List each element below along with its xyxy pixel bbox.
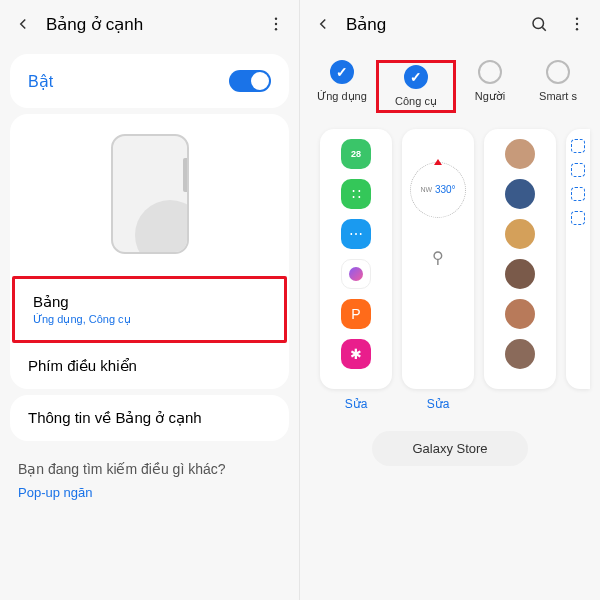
selector-label: Smart s	[539, 90, 577, 102]
svg-point-3	[533, 18, 544, 29]
avatar	[505, 259, 535, 289]
panel-smart-partial[interactable]	[566, 129, 590, 411]
svg-point-0	[275, 18, 277, 20]
handle-item[interactable]: Phím điều khiển	[10, 343, 289, 389]
panels-title: Bảng	[33, 293, 266, 311]
compass-circle: NW 330°	[410, 162, 466, 218]
back-icon[interactable]	[312, 13, 334, 35]
app-icon: ∷	[341, 179, 371, 209]
panel-preview	[566, 129, 590, 389]
edit-link[interactable]: Sửa	[345, 397, 368, 411]
galaxy-store-button[interactable]: Galaxy Store	[372, 431, 527, 466]
looking-for-section: Bạn đang tìm kiếm điều gì khác? Pop-up n…	[0, 447, 299, 514]
avatar	[505, 339, 535, 369]
more-icon[interactable]	[566, 13, 588, 35]
about-title: Thông tin về Bảng ở cạnh	[28, 409, 271, 427]
selector-apps[interactable]: Ứng dụng	[308, 60, 376, 113]
smart-select-icon	[571, 187, 585, 201]
selector-label: Công cụ	[395, 95, 437, 108]
smart-select-icon	[571, 163, 585, 177]
smart-select-icon	[571, 211, 585, 225]
popup-link[interactable]: Pop-up ngăn	[18, 485, 281, 500]
selector-label: Ứng dụng	[317, 90, 367, 103]
master-toggle-card: Bật	[10, 54, 289, 108]
selector-label: Người	[475, 90, 506, 103]
panel-preview: NW 330° ⚲	[402, 129, 474, 389]
panel-apps[interactable]: 28 ∷ ⋯ P ✱ Sửa	[320, 129, 392, 411]
compass-widget: NW 330° ⚲	[408, 139, 468, 289]
toggle-switch[interactable]	[229, 70, 271, 92]
panel-preview	[484, 129, 556, 389]
avatar	[505, 139, 535, 169]
panels-subtitle: Ứng dụng, Công cụ	[33, 313, 266, 326]
selector-smart[interactable]: Smart s	[524, 60, 592, 113]
avatar	[505, 219, 535, 249]
avatar	[505, 299, 535, 329]
looking-for-title: Bạn đang tìm kiếm điều gì khác?	[18, 461, 281, 477]
app-icon: ⋯	[341, 219, 371, 249]
location-pin-icon: ⚲	[432, 248, 444, 267]
search-icon[interactable]	[528, 13, 550, 35]
app-icon: 28	[341, 139, 371, 169]
smart-select-icon	[571, 139, 585, 153]
compass-value: 330°	[435, 184, 456, 195]
app-icon: ✱	[341, 339, 371, 369]
more-icon[interactable]	[265, 13, 287, 35]
screen-panels-chooser: Bảng Ứng dụng Công cụ Người Smart s 28	[300, 0, 600, 600]
panels-item[interactable]: Bảng Ứng dụng, Công cụ	[15, 279, 284, 340]
panels-row: 28 ∷ ⋯ P ✱ Sửa NW 330° ⚲ Sửa	[300, 121, 600, 411]
page-title: Bảng	[346, 14, 528, 35]
avatar	[505, 179, 535, 209]
panel-preview: 28 ∷ ⋯ P ✱	[320, 129, 392, 389]
check-icon	[478, 60, 502, 84]
header: Bảng ở cạnh	[0, 0, 299, 48]
edit-link[interactable]: Sửa	[427, 397, 450, 411]
handle-title: Phím điều khiển	[28, 357, 271, 375]
master-toggle-row[interactable]: Bật	[10, 54, 289, 108]
svg-point-2	[275, 28, 277, 30]
panel-people[interactable]	[484, 129, 556, 411]
compass-dir: NW	[420, 186, 432, 193]
selector-people[interactable]: Người	[456, 60, 524, 113]
toggle-label: Bật	[28, 72, 53, 91]
check-icon	[546, 60, 570, 84]
phone-illustration	[111, 134, 189, 254]
check-icon	[404, 65, 428, 89]
highlighted-item: Bảng Ứng dụng, Công cụ	[12, 276, 287, 343]
header: Bảng	[300, 0, 600, 48]
about-card: Thông tin về Bảng ở cạnh	[10, 395, 289, 441]
app-icon: P	[341, 299, 371, 329]
svg-point-5	[576, 18, 578, 20]
back-icon[interactable]	[12, 13, 34, 35]
phone-preview	[10, 114, 289, 276]
svg-point-1	[275, 23, 277, 25]
about-item[interactable]: Thông tin về Bảng ở cạnh	[10, 395, 289, 441]
check-icon	[330, 60, 354, 84]
screen-edge-panels-settings: Bảng ở cạnh Bật Bảng Ứng dụng, Công cụ P…	[0, 0, 300, 600]
svg-point-6	[576, 23, 578, 25]
page-title: Bảng ở cạnh	[46, 14, 265, 35]
svg-point-7	[576, 28, 578, 30]
selector-tools[interactable]: Công cụ	[376, 60, 456, 113]
preview-card: Bảng Ứng dụng, Công cụ Phím điều khiển	[10, 114, 289, 389]
svg-line-4	[542, 27, 545, 30]
app-icon	[341, 259, 371, 289]
panel-selectors: Ứng dụng Công cụ Người Smart s	[300, 48, 600, 121]
panel-tools[interactable]: NW 330° ⚲ Sửa	[402, 129, 474, 411]
